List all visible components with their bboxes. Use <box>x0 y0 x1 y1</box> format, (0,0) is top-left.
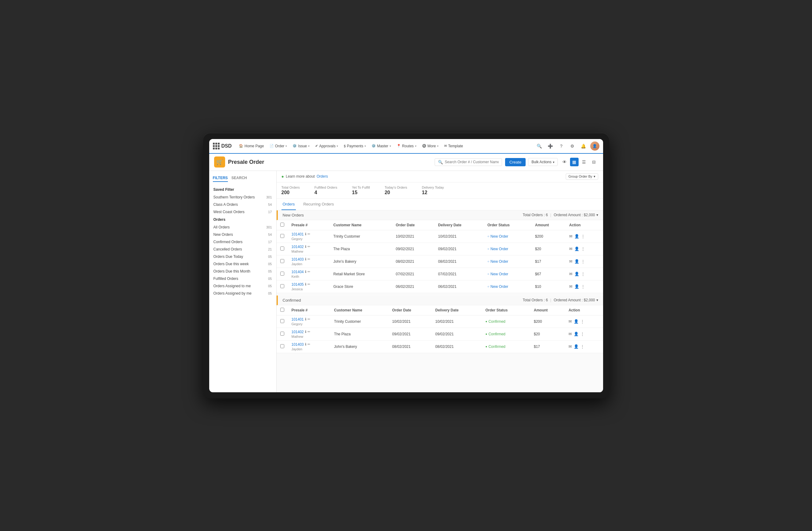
user-action-icon[interactable]: 👤 <box>574 344 579 349</box>
info-icon[interactable]: ℹ <box>305 342 306 346</box>
order-number-link[interactable]: 101401 <box>292 232 304 236</box>
order-number-link[interactable]: 101404 <box>292 270 304 274</box>
edit-icon[interactable]: ✏ <box>307 317 310 321</box>
filter-cancelled-orders[interactable]: Cancelled Orders 21 <box>209 246 276 253</box>
edit-icon[interactable]: ✏ <box>307 270 310 274</box>
row-checkbox[interactable] <box>280 331 284 336</box>
more-action-icon[interactable]: ⋮ <box>581 271 585 276</box>
more-action-icon[interactable]: ⋮ <box>581 247 585 251</box>
tab-search[interactable]: SEARCH <box>232 175 247 182</box>
edit-icon[interactable]: ✏ <box>307 232 310 236</box>
help-nav-button[interactable]: ? <box>557 142 566 150</box>
edit-icon[interactable]: ✏ <box>307 245 310 249</box>
nav-item-master[interactable]: ⚙️ Master ▾ <box>369 143 394 149</box>
row-checkbox[interactable] <box>280 319 284 323</box>
tab-filters[interactable]: FILTERS <box>213 175 228 182</box>
edit-icon[interactable]: ✏ <box>307 330 310 334</box>
user-action-icon[interactable]: 👤 <box>574 319 579 324</box>
more-action-icon[interactable]: ⋮ <box>580 331 584 336</box>
order-number-link[interactable]: 101402 <box>292 245 304 249</box>
user-action-icon[interactable]: 👤 <box>574 284 579 289</box>
email-action-icon[interactable]: ✉ <box>569 247 572 251</box>
info-icon[interactable]: ℹ <box>305 245 306 249</box>
email-action-icon[interactable]: ✉ <box>568 319 572 324</box>
filter-west-coast[interactable]: West Coast Orders 17 <box>209 208 276 216</box>
row-checkbox[interactable] <box>280 234 284 238</box>
order-number-link[interactable]: 101401 <box>292 317 304 322</box>
info-icon[interactable]: ℹ <box>305 282 306 286</box>
user-action-icon[interactable]: 👤 <box>574 234 579 238</box>
user-action-icon[interactable]: 👤 <box>574 259 579 264</box>
user-action-icon[interactable]: 👤 <box>574 331 579 336</box>
app-logo[interactable]: DSD <box>213 143 232 149</box>
filter-orders-due-today[interactable]: Orders Due Today 05 <box>209 253 276 260</box>
nav-item-template[interactable]: ✉ Template <box>442 143 466 149</box>
email-action-icon[interactable]: ✉ <box>569 259 572 264</box>
filter-all-orders[interactable]: All Orders 301 <box>209 223 276 231</box>
info-icon[interactable]: ℹ <box>305 330 306 334</box>
search-box[interactable]: 🔍 <box>435 158 502 166</box>
nav-item-more[interactable]: 🔘 More ▾ <box>420 143 441 149</box>
email-action-icon[interactable]: ✉ <box>569 271 572 276</box>
row-checkbox[interactable] <box>280 247 284 251</box>
row-checkbox[interactable] <box>280 259 284 263</box>
nav-item-order[interactable]: 📄 Order ▾ <box>267 143 290 149</box>
settings-nav-button[interactable]: ⚙ <box>568 142 577 150</box>
edit-icon[interactable]: ✏ <box>307 342 310 346</box>
email-action-icon[interactable]: ✉ <box>569 284 572 289</box>
select-all-new-checkbox[interactable] <box>280 223 284 226</box>
group-order-by-dropdown[interactable]: Group Order By ▾ <box>566 173 598 180</box>
email-action-icon[interactable]: ✉ <box>568 344 572 349</box>
more-action-icon[interactable]: ⋮ <box>580 319 584 324</box>
tab-orders[interactable]: Orders <box>281 199 296 210</box>
edit-icon[interactable]: ✏ <box>307 257 310 261</box>
edit-icon[interactable]: ✏ <box>307 282 310 286</box>
email-action-icon[interactable]: ✉ <box>569 234 572 238</box>
nav-item-homepage[interactable]: 🏠 Home Page <box>236 143 266 149</box>
user-action-icon[interactable]: 👤 <box>574 247 579 251</box>
grid-view-button[interactable]: ▦ <box>570 158 579 166</box>
columns-view-button[interactable]: ⊟ <box>590 158 598 166</box>
filter-southern-territory[interactable]: Southern Territory Orders 301 <box>209 193 276 201</box>
bulk-actions-button[interactable]: Bulk Actions ▾ <box>528 158 557 166</box>
create-button[interactable]: Create <box>505 158 526 166</box>
row-checkbox[interactable] <box>280 284 284 288</box>
more-action-icon[interactable]: ⋮ <box>581 284 585 289</box>
filter-new-orders[interactable]: New Orders 54 <box>209 231 276 238</box>
filter-orders-due-week[interactable]: Orders Due this week 05 <box>209 260 276 268</box>
filter-assigned-by-me[interactable]: Orders Assigned by me 05 <box>209 290 276 297</box>
add-nav-button[interactable]: ➕ <box>546 142 555 150</box>
eye-view-button[interactable]: 👁 <box>560 158 569 166</box>
order-number-link[interactable]: 101402 <box>292 330 304 334</box>
row-checkbox[interactable] <box>280 271 284 276</box>
info-icon[interactable]: ℹ <box>305 257 306 261</box>
nav-item-routes[interactable]: 📍 Routes ▾ <box>394 143 419 149</box>
info-icon[interactable]: ℹ <box>305 317 306 321</box>
user-avatar[interactable]: 👤 <box>590 142 599 151</box>
filter-confirmed-orders[interactable]: Confirmed Orders 17 <box>209 238 276 246</box>
row-checkbox[interactable] <box>280 344 284 348</box>
filter-assigned-to-me[interactable]: Orders Assigned to me 05 <box>209 282 276 290</box>
tab-recurring-orders[interactable]: Recurring Orders <box>302 199 335 210</box>
nav-item-approvals[interactable]: ✔ Approvals ▾ <box>313 143 340 149</box>
more-action-icon[interactable]: ⋮ <box>581 234 585 238</box>
notifications-nav-button[interactable]: 🔔 <box>579 142 588 150</box>
nav-item-payments[interactable]: $ Payments ▾ <box>341 143 368 149</box>
more-action-icon[interactable]: ⋮ <box>580 344 584 349</box>
order-number-link[interactable]: 101405 <box>292 282 304 286</box>
nav-item-issue[interactable]: ⚙️ Issue ▾ <box>290 143 312 149</box>
email-action-icon[interactable]: ✉ <box>568 331 572 336</box>
more-action-icon[interactable]: ⋮ <box>581 259 585 264</box>
filter-class-a[interactable]: Class A Orders 54 <box>209 201 276 208</box>
search-nav-button[interactable]: 🔍 <box>535 142 544 150</box>
info-icon[interactable]: ℹ <box>305 232 306 236</box>
order-number-link[interactable]: 101403 <box>292 257 304 262</box>
orders-link[interactable]: Orders <box>317 174 328 178</box>
order-number-link[interactable]: 101403 <box>292 342 304 346</box>
select-all-confirmed-checkbox[interactable] <box>280 308 284 312</box>
info-icon[interactable]: ℹ <box>305 270 306 274</box>
filter-fulfilled-orders[interactable]: Fulfilled Orders 05 <box>209 275 276 282</box>
list-view-button[interactable]: ☰ <box>580 158 589 166</box>
search-input[interactable] <box>445 160 499 164</box>
user-action-icon[interactable]: 👤 <box>574 271 579 276</box>
